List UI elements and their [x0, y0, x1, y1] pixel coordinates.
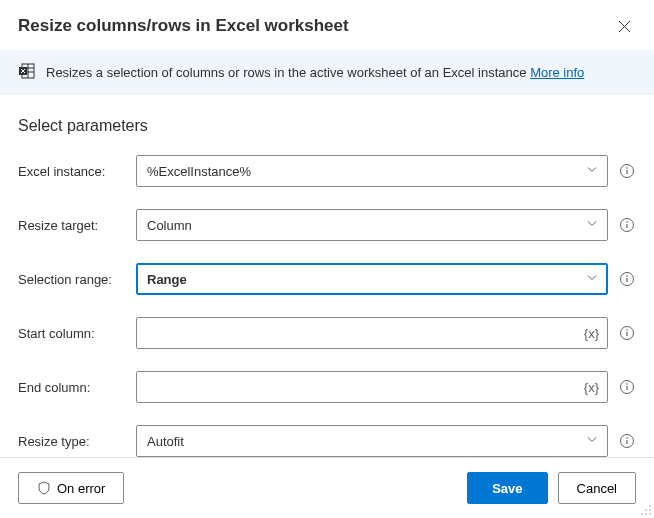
- shield-icon: [37, 481, 51, 495]
- field-start-column: Start column: {x}: [18, 317, 636, 349]
- label-end-column: End column:: [18, 380, 136, 395]
- info-icon[interactable]: [618, 270, 636, 288]
- chevron-down-icon: [586, 272, 598, 287]
- input-start-column[interactable]: {x}: [136, 317, 608, 349]
- label-resize-type: Resize type:: [18, 434, 136, 449]
- close-button[interactable]: [612, 14, 636, 38]
- on-error-button[interactable]: On error: [18, 472, 124, 504]
- dropdown-selection-range[interactable]: Range: [136, 263, 608, 295]
- label-excel-instance: Excel instance:: [18, 164, 136, 179]
- cancel-label: Cancel: [577, 481, 617, 496]
- field-resize-target: Resize target: Column: [18, 209, 636, 241]
- save-label: Save: [492, 481, 522, 496]
- svg-point-21: [626, 437, 628, 439]
- input-end-column[interactable]: {x}: [136, 371, 608, 403]
- svg-point-26: [641, 513, 643, 515]
- label-selection-range: Selection range:: [18, 272, 136, 287]
- resize-handle[interactable]: [640, 504, 652, 516]
- banner-text: Resizes a selection of columns or rows i…: [46, 65, 584, 80]
- dropdown-value: %ExcelInstance%: [147, 164, 251, 179]
- banner-description: Resizes a selection of columns or rows i…: [46, 65, 530, 80]
- field-resize-type: Resize type: Autofit: [18, 425, 636, 457]
- excel-icon: [18, 62, 36, 83]
- svg-point-25: [649, 509, 651, 511]
- info-icon[interactable]: [618, 162, 636, 180]
- dropdown-value: Autofit: [147, 434, 184, 449]
- variable-picker-icon[interactable]: {x}: [584, 326, 599, 341]
- more-info-link[interactable]: More info: [530, 65, 584, 80]
- dialog-body: Select parameters Excel instance: %Excel…: [0, 95, 654, 489]
- label-resize-target: Resize target:: [18, 218, 136, 233]
- svg-point-15: [626, 329, 628, 331]
- dropdown-value: Column: [147, 218, 192, 233]
- field-selection-range: Selection range: Range: [18, 263, 636, 295]
- info-icon[interactable]: [618, 432, 636, 450]
- dropdown-excel-instance[interactable]: %ExcelInstance%: [136, 155, 608, 187]
- svg-point-12: [626, 275, 628, 277]
- cancel-button[interactable]: Cancel: [558, 472, 636, 504]
- dialog-title: Resize columns/rows in Excel worksheet: [18, 16, 349, 36]
- chevron-down-icon: [586, 434, 598, 449]
- svg-point-18: [626, 383, 628, 385]
- variable-picker-icon[interactable]: {x}: [584, 380, 599, 395]
- dropdown-resize-target[interactable]: Column: [136, 209, 608, 241]
- save-button[interactable]: Save: [467, 472, 547, 504]
- svg-point-6: [626, 167, 628, 169]
- chevron-down-icon: [586, 164, 598, 179]
- dialog-footer: On error Save Cancel: [0, 457, 654, 518]
- info-icon[interactable]: [618, 378, 636, 396]
- dropdown-value: Range: [147, 272, 187, 287]
- section-title: Select parameters: [18, 117, 636, 135]
- svg-point-27: [645, 513, 647, 515]
- field-excel-instance: Excel instance: %ExcelInstance%: [18, 155, 636, 187]
- svg-point-28: [649, 513, 651, 515]
- info-icon[interactable]: [618, 324, 636, 342]
- label-start-column: Start column:: [18, 326, 136, 341]
- info-icon[interactable]: [618, 216, 636, 234]
- field-end-column: End column: {x}: [18, 371, 636, 403]
- svg-point-24: [645, 509, 647, 511]
- dialog-header: Resize columns/rows in Excel worksheet: [0, 0, 654, 50]
- svg-point-9: [626, 221, 628, 223]
- svg-point-23: [649, 505, 651, 507]
- dropdown-resize-type[interactable]: Autofit: [136, 425, 608, 457]
- close-icon: [618, 20, 631, 33]
- info-banner: Resizes a selection of columns or rows i…: [0, 50, 654, 95]
- on-error-label: On error: [57, 481, 105, 496]
- chevron-down-icon: [586, 218, 598, 233]
